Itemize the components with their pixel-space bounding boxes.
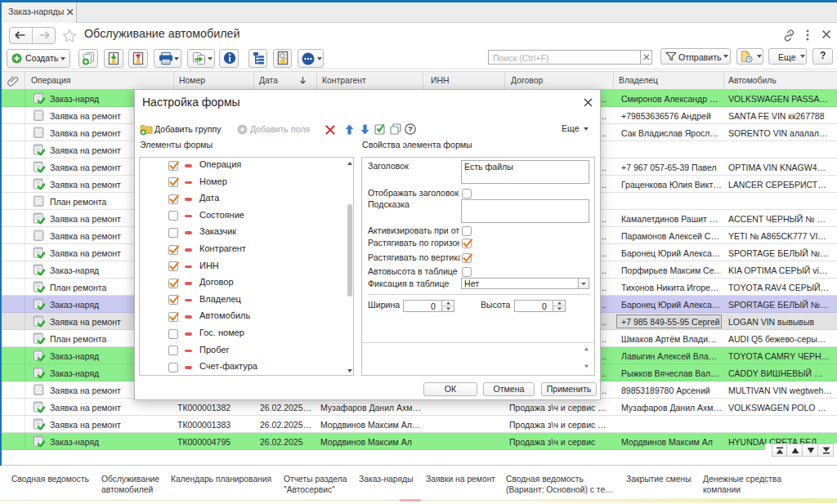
svg-text:?: ? xyxy=(408,124,413,133)
